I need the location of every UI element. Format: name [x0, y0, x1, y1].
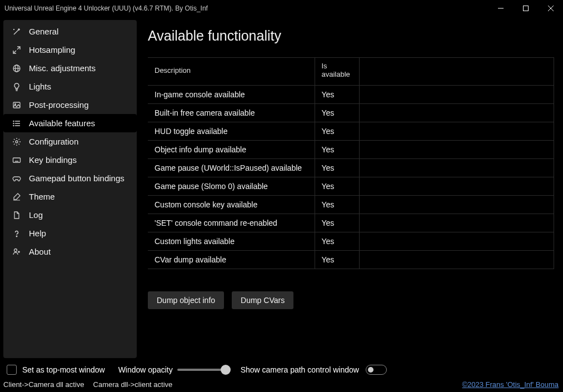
- cell-available: Yes: [315, 214, 359, 232]
- col-description[interactable]: Description: [148, 58, 315, 86]
- maximize-button[interactable]: [513, 0, 538, 17]
- svg-point-13: [13, 121, 14, 121]
- question-icon: [12, 229, 21, 238]
- cell-available: Yes: [315, 196, 359, 214]
- cell-description: In-game console available: [148, 86, 315, 104]
- table-row[interactable]: In-game console availableYes: [148, 86, 554, 104]
- sidebar-item-post-processing[interactable]: Post-processing: [3, 96, 137, 114]
- slider-thumb-icon: [221, 365, 231, 375]
- cell-available: Yes: [315, 159, 359, 177]
- toggle-thumb-icon: [368, 367, 373, 373]
- cell-available: Yes: [315, 141, 359, 159]
- svg-point-23: [14, 249, 17, 251]
- cell-available: Yes: [315, 232, 359, 251]
- cell-empty: [359, 214, 554, 232]
- palette-icon: [12, 192, 21, 201]
- titlebar: Universal Unreal Engine 4 Unlocker (UUU)…: [0, 0, 563, 17]
- table-row[interactable]: Custom lights availableYes: [148, 232, 554, 251]
- minimize-button[interactable]: [488, 0, 513, 17]
- content-area: Available functionality Description Is a…: [137, 17, 563, 361]
- cell-available: Yes: [315, 177, 359, 196]
- expand-icon: [12, 46, 21, 54]
- list-icon: [12, 119, 21, 128]
- topmost-checkbox[interactable]: Set as top-most window: [7, 365, 105, 375]
- cell-empty: [359, 251, 554, 269]
- sidebar-item-key-bindings[interactable]: Key bindings: [3, 151, 137, 169]
- image-icon: [12, 101, 21, 110]
- svg-point-15: [13, 125, 14, 126]
- cell-empty: [359, 122, 554, 141]
- sidebar-item-misc-adjustments[interactable]: Misc. adjustments: [3, 59, 137, 77]
- sidebar-item-theme[interactable]: Theme: [3, 187, 137, 206]
- status-camera: Camera dll->client active: [93, 380, 173, 389]
- sidebar-item-hotsampling[interactable]: Hotsampling: [3, 41, 137, 59]
- cell-available: Yes: [315, 122, 359, 141]
- statusbar: Client->Camera dll active Camera dll->cl…: [0, 378, 563, 392]
- sidebar-item-label: Lights: [29, 82, 51, 91]
- table-row[interactable]: Object info dump availableYes: [148, 141, 554, 159]
- cell-description: Built-in free camera available: [148, 104, 315, 122]
- copyright-link[interactable]: ©2023 Frans 'Otis_Inf' Bouma: [462, 380, 559, 389]
- sidebar-item-label: Configuration: [29, 137, 78, 146]
- cell-description: HUD toggle available: [148, 122, 315, 141]
- cell-description: Object info dump available: [148, 141, 315, 159]
- dump-object-button[interactable]: Dump object info: [148, 291, 224, 309]
- titlebar-controls: [488, 0, 563, 17]
- bulb-icon: [12, 82, 21, 91]
- close-button[interactable]: [538, 0, 563, 17]
- table-row[interactable]: Built-in free camera availableYes: [148, 104, 554, 122]
- sidebar-item-general[interactable]: General: [3, 22, 137, 41]
- sidebar-item-label: Misc. adjustments: [29, 63, 96, 73]
- opacity-control: Window opacity: [118, 365, 227, 374]
- table-row[interactable]: CVar dump availableYes: [148, 251, 554, 269]
- svg-rect-1: [523, 6, 528, 11]
- col-empty[interactable]: [359, 58, 554, 86]
- table-row[interactable]: Game pause (Slomo 0) availableYes: [148, 177, 554, 196]
- opacity-label: Window opacity: [118, 365, 173, 374]
- sidebar-item-label: Gamepad button bindings: [29, 173, 124, 183]
- sidebar-item-label: About: [29, 247, 51, 256]
- camera-window-toggle[interactable]: [366, 365, 387, 375]
- table-row[interactable]: Game pause (UWorld::IsPaused) availableY…: [148, 159, 554, 177]
- sidebar-item-gamepad-button-bindings[interactable]: Gamepad button bindings: [3, 169, 137, 187]
- main-area: GeneralHotsamplingMisc. adjustmentsLight…: [0, 17, 563, 361]
- keyboard-icon: [12, 156, 21, 165]
- cell-description: 'SET' console command re-enabled: [148, 214, 315, 232]
- opacity-slider[interactable]: [177, 369, 227, 371]
- dump-cvars-button[interactable]: Dump CVars: [232, 291, 293, 309]
- status-client: Client->Camera dll active: [3, 380, 84, 389]
- cell-available: Yes: [315, 104, 359, 122]
- cell-available: Yes: [315, 251, 359, 269]
- table-row[interactable]: Custom console key availableYes: [148, 196, 554, 214]
- svg-point-9: [15, 103, 16, 105]
- cell-empty: [359, 196, 554, 214]
- button-row: Dump object info Dump CVars: [148, 291, 554, 309]
- cell-empty: [359, 141, 554, 159]
- wand-icon: [12, 27, 21, 36]
- cell-empty: [359, 159, 554, 177]
- cell-description: Game pause (Slomo 0) available: [148, 177, 315, 196]
- sidebar-item-label: Theme: [29, 192, 55, 201]
- sidebar-item-label: Key bindings: [29, 155, 77, 165]
- sidebar-item-available-features[interactable]: Available features: [3, 114, 137, 132]
- sidebar-item-label: Log: [29, 210, 43, 220]
- svg-rect-17: [13, 158, 21, 162]
- cell-description: Game pause (UWorld::IsPaused) available: [148, 159, 315, 177]
- svg-point-16: [16, 141, 18, 143]
- col-available[interactable]: Is available: [315, 58, 359, 86]
- svg-point-22: [16, 236, 17, 236]
- features-table: Description Is available In-game console…: [148, 57, 554, 269]
- sidebar-item-label: Help: [29, 229, 46, 238]
- sidebar-item-about[interactable]: About: [3, 242, 137, 261]
- sidebar-item-help[interactable]: Help: [3, 224, 137, 242]
- sidebar-item-label: Post-processing: [29, 100, 89, 110]
- topmost-label: Set as top-most window: [22, 365, 105, 374]
- file-icon: [12, 211, 21, 220]
- table-row[interactable]: 'SET' console command re-enabledYes: [148, 214, 554, 232]
- sidebar-item-label: Hotsampling: [29, 45, 75, 54]
- sidebar-item-log[interactable]: Log: [3, 206, 137, 224]
- sidebar-item-configuration[interactable]: Configuration: [3, 132, 137, 151]
- sidebar-item-lights[interactable]: Lights: [3, 77, 137, 96]
- table-row[interactable]: HUD toggle availableYes: [148, 122, 554, 141]
- sidebar-item-label: Available features: [29, 118, 95, 128]
